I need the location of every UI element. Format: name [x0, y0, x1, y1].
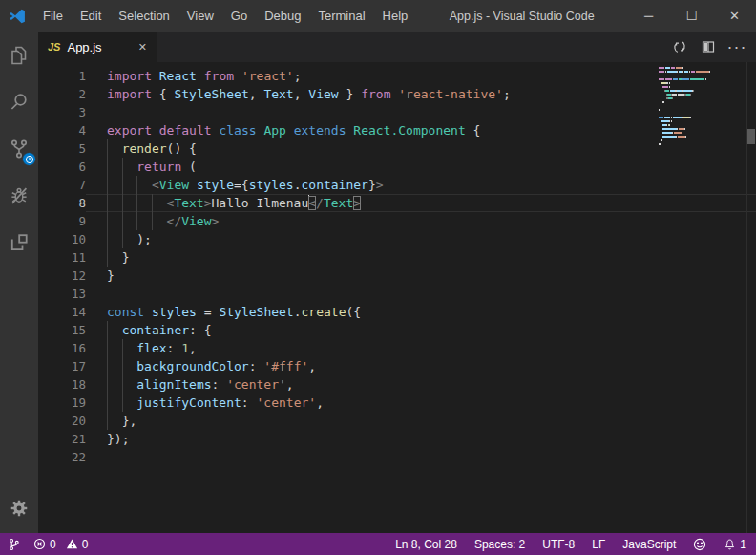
- code-token: alignItems: [136, 377, 211, 392]
- line-number: 15: [38, 321, 86, 339]
- code-token: import: [107, 69, 159, 83]
- menu-selection[interactable]: Selection: [110, 0, 178, 32]
- code-token: }: [368, 178, 376, 192]
- split-editor-icon[interactable]: [695, 34, 722, 59]
- explorer-icon[interactable]: [0, 32, 38, 78]
- feedback-smiley-icon[interactable]: [693, 538, 706, 551]
- menu-view[interactable]: View: [178, 0, 222, 32]
- code-line-9[interactable]: 9</View>: [38, 212, 756, 230]
- menu-help[interactable]: Help: [374, 0, 417, 32]
- minimap-line: [659, 139, 733, 141]
- indent-guide: [122, 158, 137, 176]
- code-token: ({: [346, 305, 362, 319]
- code-token: 1: [181, 341, 189, 355]
- debug-icon[interactable]: [0, 172, 38, 219]
- more-actions-icon[interactable]: ···: [724, 34, 750, 59]
- code-token: const: [107, 305, 152, 319]
- code-line-15[interactable]: 15container: {: [38, 321, 756, 339]
- overview-cursor-marker: [747, 129, 755, 144]
- code-line-8[interactable]: 8<Text>Hallo Ilmenau</Text>: [38, 194, 756, 212]
- status-eol[interactable]: LF: [592, 538, 605, 551]
- problems-indicator[interactable]: 0 0: [33, 538, 88, 551]
- code-token: ,: [316, 395, 324, 410]
- code-token: ,: [189, 341, 197, 355]
- indent-guide: [122, 212, 137, 230]
- status-language-mode[interactable]: JavaScript: [622, 538, 676, 551]
- open-changes-icon[interactable]: [666, 34, 693, 59]
- indent-guide: [107, 158, 122, 176]
- extensions-icon[interactable]: [0, 219, 38, 266]
- code-token: export default: [107, 123, 219, 138]
- code-token: 'react-native': [398, 87, 503, 101]
- code-line-12[interactable]: 12}: [38, 267, 756, 285]
- code-token: 'react': [242, 69, 294, 83]
- indent-guide: [122, 375, 137, 394]
- settings-gear-icon[interactable]: [0, 491, 38, 525]
- code-line-3[interactable]: 3: [38, 103, 756, 121]
- code-line-21[interactable]: 21});: [38, 430, 756, 448]
- overview-ruler[interactable]: [746, 62, 756, 533]
- code-lines: 1import React from 'react';2import { Sty…: [38, 62, 756, 533]
- code-line-4[interactable]: 4export default class App extends React.…: [38, 121, 756, 139]
- line-number: 17: [38, 357, 86, 375]
- menu-file[interactable]: File: [34, 0, 72, 32]
- code-token: {: [466, 123, 481, 138]
- line-number: 14: [38, 303, 86, 321]
- minimap-line: [659, 143, 733, 145]
- minimap[interactable]: [659, 67, 733, 151]
- search-icon[interactable]: [0, 78, 38, 125]
- status-indentation[interactable]: Spaces: 2: [474, 538, 525, 551]
- code-token: create: [302, 305, 346, 319]
- code-line-2[interactable]: 2import { StyleSheet, Text, View } from …: [38, 85, 756, 103]
- tab-close-icon[interactable]: ✕: [138, 41, 147, 53]
- status-encoding[interactable]: UTF-8: [542, 538, 575, 551]
- code-token: container: [301, 178, 368, 192]
- code-token: :: [249, 359, 264, 374]
- code-line-1[interactable]: 1import React from 'react';: [38, 67, 756, 85]
- code-line-text: [86, 285, 756, 303]
- indent-guide: [136, 194, 152, 212]
- code-line-6[interactable]: 6return (: [38, 158, 756, 176]
- code-editor[interactable]: 1import React from 'react';2import { Sty…: [38, 62, 756, 533]
- menu-debug[interactable]: Debug: [256, 0, 309, 32]
- maximize-button[interactable]: ☐: [670, 0, 713, 32]
- indent-guide: [152, 212, 167, 230]
- code-line-13[interactable]: 13: [38, 285, 756, 303]
- menu-terminal[interactable]: Terminal: [309, 0, 373, 32]
- code-line-18[interactable]: 18alignItems: 'center',: [38, 375, 756, 394]
- code-line-20[interactable]: 20},: [38, 412, 756, 430]
- code-line-10[interactable]: 10);: [38, 230, 756, 248]
- git-branch-icon[interactable]: [8, 538, 20, 551]
- code-line-7[interactable]: 7<View style={styles.container}>: [38, 176, 756, 194]
- line-number: 1: [38, 67, 86, 85]
- source-control-icon[interactable]: [0, 125, 38, 172]
- menu-go[interactable]: Go: [222, 0, 256, 32]
- tab-appjs[interactable]: JS App.js ✕: [38, 32, 157, 62]
- line-number: 7: [38, 176, 86, 194]
- minimap-line: [659, 97, 733, 99]
- code-line-16[interactable]: 16flex: 1,: [38, 339, 756, 357]
- indent-guide: [107, 230, 122, 248]
- code-line-19[interactable]: 19justifyContent: 'center',: [38, 394, 756, 412]
- menu-edit[interactable]: Edit: [72, 0, 110, 32]
- code-line-text: [86, 448, 756, 466]
- code-line-text: export default class App extends React.C…: [86, 121, 756, 139]
- minimap-line: [659, 78, 733, 80]
- code-line-22[interactable]: 22: [38, 448, 756, 466]
- status-cursor-position[interactable]: Ln 8, Col 28: [395, 538, 457, 551]
- status-bar-right: 1 Ln 8, Col 28Spaces: 2UTF-8LFJavaScript: [395, 538, 746, 551]
- code-token: : {: [189, 323, 211, 337]
- code-line-11[interactable]: 11}: [38, 248, 756, 267]
- code-line-17[interactable]: 17backgroundColor: '#fff',: [38, 357, 756, 375]
- indent-guide: [122, 176, 137, 194]
- code-line-14[interactable]: 14const styles = StyleSheet.create({: [38, 303, 756, 321]
- code-token: View: [159, 178, 197, 192]
- notifications-bell[interactable]: 1: [724, 538, 746, 551]
- close-button[interactable]: ✕: [713, 0, 756, 32]
- minimize-button[interactable]: ─: [627, 0, 670, 32]
- code-line-5[interactable]: 5render() {: [38, 139, 756, 158]
- indent-guide: [107, 248, 122, 267]
- indent-guide: [136, 176, 152, 194]
- minimap-line: [659, 128, 733, 130]
- editor-actions: ···: [666, 32, 756, 62]
